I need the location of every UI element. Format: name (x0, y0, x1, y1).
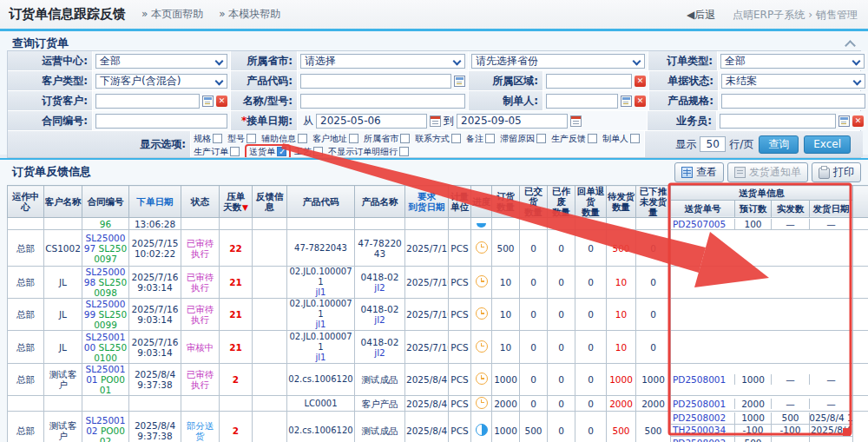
progress-clock-icon (476, 307, 488, 320)
calendar-icon[interactable] (430, 115, 441, 127)
contract-no-input[interactable] (95, 114, 227, 129)
cell-operation-center: 总部 (8, 364, 44, 396)
cell-order-qty: 1000 (492, 412, 520, 442)
checkbox-icon[interactable] (349, 134, 358, 143)
customer-type-select[interactable]: 下游客户(含混合) (95, 74, 227, 89)
maker-input[interactable] (546, 94, 618, 109)
checkbox-icon[interactable] (277, 147, 286, 156)
back-link[interactable]: ◀后退 (687, 9, 715, 21)
clear-icon[interactable] (635, 76, 646, 87)
col-header-status: 状态 (181, 186, 220, 218)
cell-ship-date: 2025/8/4 (810, 425, 852, 436)
doc-status-select[interactable]: 未结案 (721, 74, 865, 89)
cell-extra (853, 299, 868, 331)
breadcrumb-module[interactable]: 销售管理 (816, 9, 858, 21)
display-option[interactable]: 辅助信息 (261, 134, 307, 143)
display-option[interactable]: 生产订单 (194, 147, 240, 156)
cell-required-date: 2025/8/4 (405, 412, 449, 442)
date-from-input[interactable]: 2025-05-06 (316, 114, 427, 129)
picker-icon[interactable] (454, 76, 465, 87)
checkbox-icon[interactable] (247, 134, 256, 143)
delivery-info-cell: PD25080012000—— (671, 396, 853, 412)
picker-icon[interactable] (621, 96, 632, 107)
cell-order-qty: 2000 (492, 396, 520, 412)
cell-contract-no (82, 396, 129, 412)
date-to-input[interactable]: 2025-09-05 (457, 114, 568, 129)
cell-delivered-qty (520, 218, 548, 230)
module-help-link[interactable]: » 本模块帮助 (219, 7, 280, 22)
order-customer-input[interactable] (95, 94, 200, 109)
province-select[interactable]: 请选择 (300, 54, 465, 69)
sort-desc-icon[interactable]: ▼ (242, 203, 248, 212)
cell-voided-qty: 0 (548, 230, 575, 267)
cell-unit: PCS (449, 364, 471, 396)
cell-order-date: 2025/7/16 9:03:14 (129, 299, 181, 331)
display-option[interactable]: 规格 (194, 134, 222, 143)
display-option[interactable]: 备注 (466, 134, 495, 143)
cell-operation-center (8, 396, 44, 412)
receive-date-cell: 从 2025-05-06 到 2025-09-05 (298, 111, 647, 130)
clear-icon[interactable] (216, 96, 227, 107)
checkbox-icon[interactable] (400, 134, 410, 143)
cell-progress (471, 299, 492, 331)
cell-order-date: 2025/7/16 9:03:14 (129, 331, 181, 364)
table-row: 总部测试客户SL2500102 PO00022025/8/4 9:37:38部分… (8, 412, 868, 442)
product-spec-cell (719, 91, 868, 110)
page-help-link[interactable]: » 本页面帮助 (141, 7, 203, 22)
cell-contract-no: SL2500097 SL2500097 (82, 230, 129, 267)
checkbox-icon[interactable] (213, 134, 222, 143)
product-code-input[interactable] (300, 74, 451, 89)
checkbox-icon[interactable] (588, 134, 597, 143)
col-header-product-code: 产品代码 (287, 186, 355, 218)
print-button[interactable]: 打印 (812, 162, 861, 182)
checkbox-icon[interactable] (230, 147, 240, 156)
breadcrumb-system[interactable]: 点晴ERP子系统 (733, 9, 805, 21)
cell-delivered-qty: 500 (520, 412, 548, 442)
display-option[interactable]: 所属省市 (364, 134, 410, 143)
checkbox-icon[interactable] (298, 134, 307, 143)
city-select[interactable]: 请先选择省份 (471, 54, 645, 69)
cell-product-name: 客户产品 (355, 396, 405, 412)
checkbox-icon[interactable] (485, 134, 495, 143)
display-option[interactable]: 不显示订单明细行 (328, 147, 409, 156)
display-option[interactable]: 型号 (227, 134, 256, 143)
cell-product-code: 02.JL0.1000071jl1 (287, 331, 355, 364)
order-type-select[interactable]: 全部 (720, 54, 865, 69)
delivery-notice-button[interactable]: 发货通知单 (727, 162, 808, 182)
display-option[interactable]: 工艺 (294, 147, 323, 156)
page-size-input[interactable]: 50 (700, 136, 726, 152)
cell-shipped-qty: — (772, 399, 810, 409)
cell-order-date (129, 396, 181, 412)
cell-extra (853, 230, 868, 267)
excel-button[interactable]: Excel (804, 135, 851, 154)
display-option[interactable]: 制单人 (602, 134, 640, 143)
clear-icon[interactable] (852, 115, 864, 127)
view-button[interactable]: 查看 (674, 162, 724, 182)
cell-returned-qty: 0 (575, 299, 607, 331)
display-option[interactable]: 送货单 (245, 144, 291, 157)
picker-icon[interactable] (838, 115, 850, 127)
calendar-icon[interactable] (570, 115, 582, 127)
checkbox-icon[interactable] (451, 134, 461, 143)
query-button[interactable]: 查询 (759, 135, 799, 154)
collapse-chevron-icon[interactable] (845, 40, 856, 51)
cell-customer-name: CS1002 (44, 230, 82, 267)
clear-icon[interactable] (635, 96, 646, 107)
picker-icon[interactable] (202, 96, 214, 107)
customer-type-label: 客户类型: (8, 71, 92, 90)
operation-center-select[interactable]: 全部 (95, 54, 227, 69)
checkbox-icon[interactable] (399, 147, 409, 156)
display-option[interactable]: 联系方式 (415, 134, 461, 143)
progress-clock-icon (476, 275, 488, 287)
checkbox-icon[interactable] (630, 134, 640, 143)
display-option[interactable]: 生产反馈 (551, 134, 597, 143)
salesman-input[interactable] (720, 114, 836, 129)
product-spec-input[interactable] (721, 94, 865, 109)
checkbox-icon[interactable] (313, 147, 323, 156)
display-option[interactable]: 客户地址 (312, 134, 358, 143)
checkbox-icon[interactable] (536, 134, 546, 143)
name-model-input[interactable] (300, 94, 465, 109)
region-input[interactable] (546, 74, 632, 89)
display-option[interactable]: 滞留原因 (500, 134, 546, 143)
col-header-product-name: 产品名称 (355, 186, 405, 218)
